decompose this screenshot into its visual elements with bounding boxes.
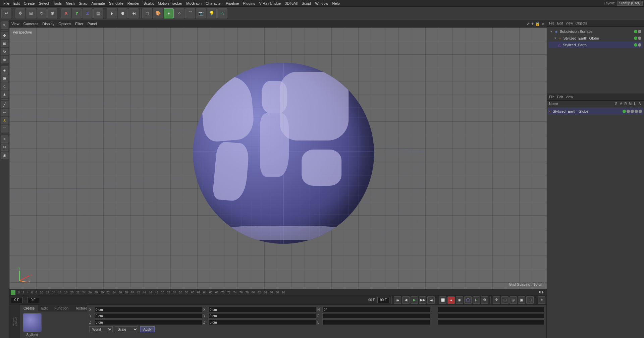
rotate-tool[interactable]: ↻	[37, 8, 47, 18]
frame-end-input[interactable]	[377, 297, 389, 303]
viewport-menu-filter[interactable]: Filter	[75, 22, 83, 26]
coord-p-input[interactable]	[322, 313, 430, 319]
lt-mat[interactable]: M	[1, 144, 8, 151]
obj-item-subdivision[interactable]: ▼ ◈ Subdivision Surface	[548, 28, 643, 35]
circle-btn[interactable]: ○	[174, 8, 184, 18]
obj-header-file[interactable]: File	[549, 21, 554, 25]
lt-pen[interactable]: ✏	[1, 109, 8, 116]
menu-item-simulate[interactable]: Simulate	[107, 1, 125, 5]
attr-header-edit[interactable]: Edit	[557, 95, 563, 99]
attr-header-view[interactable]: View	[566, 95, 573, 99]
menu-item-file[interactable]: File	[1, 1, 11, 5]
viewport-menu-view[interactable]: View	[11, 22, 19, 26]
mat-tab-edit[interactable]: Edit	[38, 305, 51, 312]
vp-icon-plus[interactable]: +	[531, 21, 534, 26]
attr-item-globe[interactable]: ○ Stylized_Earth_Globe	[548, 108, 643, 115]
coord-y-input[interactable]	[94, 313, 202, 319]
lt-layers[interactable]: ≡	[1, 135, 8, 143]
menu-item-vray[interactable]: V-Ray Bridge	[257, 1, 283, 5]
obj-header-edit[interactable]: Edit	[557, 21, 563, 25]
mat-tab-function[interactable]: Function	[51, 305, 72, 312]
menu-item-window[interactable]: Window	[313, 1, 330, 5]
obj-header-view[interactable]: View	[566, 21, 573, 25]
render-icon6[interactable]: ⚙	[481, 296, 488, 304]
lt-misc[interactable]: ◉	[1, 152, 8, 159]
menu-item-edit[interactable]: Edit	[11, 1, 22, 5]
lt-scale[interactable]: ⊞	[1, 40, 8, 47]
snap-icon3[interactable]: ◎	[509, 296, 517, 304]
play-forward-btn[interactable]: ⏵	[107, 8, 117, 18]
lt-poly[interactable]: ◈	[1, 66, 8, 74]
viewport-menu-cameras[interactable]: Cameras	[23, 22, 39, 26]
menu-item-pipeline[interactable]: Pipeline	[224, 1, 241, 5]
apply-button[interactable]: Apply	[140, 326, 155, 332]
snap-icon5[interactable]: ⊟	[526, 296, 534, 304]
y-axis-btn[interactable]: Y	[72, 8, 82, 18]
menu-item-select[interactable]: Select	[37, 1, 51, 5]
menu-item-plugins[interactable]: Plugins	[241, 1, 257, 5]
menu-item-help[interactable]: Help	[330, 1, 342, 5]
lt-select[interactable]: ↖	[1, 21, 8, 29]
green-btn[interactable]: ●	[164, 8, 174, 18]
render-icon2[interactable]: ●	[447, 296, 455, 304]
play-back-btn2[interactable]: ◀	[402, 296, 410, 304]
snap-icon1[interactable]: ✛	[493, 296, 500, 304]
lt-rotate[interactable]: ↻	[1, 48, 8, 55]
cam-btn[interactable]: 📷	[196, 8, 206, 18]
vp-icon-expand[interactable]: ⤢	[527, 21, 530, 26]
coord-sy-input[interactable]	[438, 313, 544, 319]
menu-item-snap[interactable]: Snap	[77, 1, 90, 5]
misc-icon1[interactable]: ≡	[538, 296, 545, 304]
material-thumbnail[interactable]	[23, 313, 42, 332]
menu-item-render[interactable]: Render	[125, 1, 142, 5]
snap-icon2[interactable]: ⊞	[501, 296, 508, 304]
coord-x2-input[interactable]	[208, 307, 316, 312]
lt-s[interactable]: S	[1, 117, 8, 124]
coord-sz-input[interactable]	[438, 320, 544, 325]
coord-y2-input[interactable]	[208, 313, 316, 319]
viewport-menu-options[interactable]: Options	[58, 22, 71, 26]
coord-h-input[interactable]	[322, 307, 430, 312]
lt-pt[interactable]: ◇	[1, 82, 8, 90]
coord-x-input[interactable]	[94, 307, 202, 312]
z-axis-btn[interactable]: Z	[83, 8, 93, 18]
menu-item-character[interactable]: Character	[204, 1, 224, 5]
frame-current-input[interactable]	[11, 297, 23, 303]
lt-move[interactable]: ✥	[1, 32, 8, 39]
menu-item-3dtoall[interactable]: 3DToAll	[283, 1, 300, 5]
undo-button[interactable]: ↩	[1, 8, 11, 18]
curve-btn[interactable]: ⌒	[185, 8, 195, 18]
menu-item-mograph[interactable]: MoGraph	[184, 1, 204, 5]
frame-start-display[interactable]	[27, 297, 39, 303]
render-icon5[interactable]: P	[473, 296, 480, 304]
paint-btn[interactable]: 🎨	[153, 8, 163, 18]
obj-item-globe[interactable]: ▼ ○ Stylized_Earth_Globe	[548, 35, 643, 42]
coord-sx-input[interactable]	[438, 307, 544, 312]
coord-scale-dropdown[interactable]: Scale Size	[115, 326, 138, 332]
python-btn[interactable]: Py	[217, 8, 227, 18]
scale-tool[interactable]: ⊞	[26, 8, 36, 18]
coord-z-input[interactable]	[94, 320, 202, 325]
coord-z2-input[interactable]	[208, 320, 316, 325]
lt-tool4[interactable]: ⊕	[1, 56, 8, 63]
move-tool[interactable]: ✥	[15, 8, 25, 18]
menu-item-tools[interactable]: Tools	[51, 1, 64, 5]
goto-start-btn[interactable]: ⏮	[394, 296, 401, 304]
render-icon[interactable]: ⬜	[439, 296, 446, 304]
coord-b-input[interactable]	[322, 320, 430, 325]
menu-item-mesh[interactable]: Mesh	[64, 1, 77, 5]
lt-line[interactable]: ╱	[1, 101, 8, 108]
record-btn[interactable]: ⏺	[118, 8, 128, 18]
menu-item-script[interactable]: Script	[300, 1, 313, 5]
mat-tab-create[interactable]: Create	[20, 305, 38, 312]
lt-edge[interactable]: ▣	[1, 74, 8, 82]
lt-obj[interactable]: ▲	[1, 91, 8, 98]
vp-icon-x[interactable]: ✕	[541, 21, 545, 26]
obj-item-earth[interactable]: △ Stylized_Earth	[548, 42, 643, 48]
menu-item-animate[interactable]: Animate	[90, 1, 107, 5]
render-icon3[interactable]: ◉	[456, 296, 463, 304]
attr-header-file[interactable]: File	[549, 95, 554, 99]
viewport-menu-panel[interactable]: Panel	[88, 22, 97, 26]
vp-icon-lock[interactable]: 🔒	[535, 21, 540, 26]
play-back-btn[interactable]: ⏮	[128, 8, 139, 18]
